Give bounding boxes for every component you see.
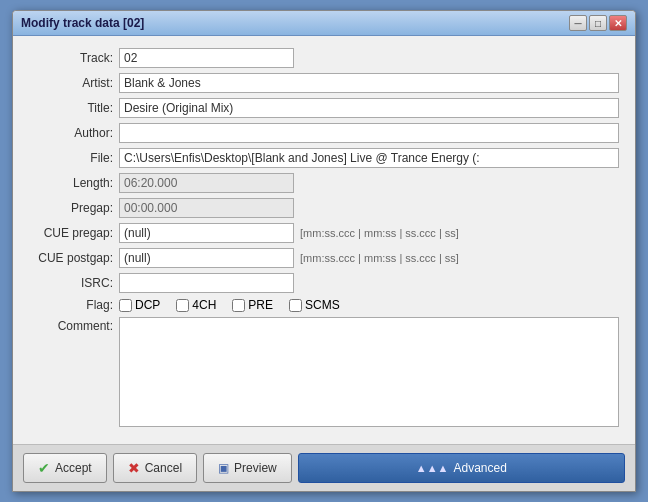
cancel-button[interactable]: ✖ Cancel <box>113 453 197 483</box>
isrc-label: ISRC: <box>29 276 119 290</box>
cue-pregap-input[interactable] <box>119 223 294 243</box>
minimize-button[interactable]: ─ <box>569 15 587 31</box>
accept-label: Accept <box>55 461 92 475</box>
cue-postgap-hint: [mm:ss.ccc | mm:ss | ss.ccc | ss] <box>300 252 459 264</box>
accept-button[interactable]: ✔ Accept <box>23 453 107 483</box>
flag-group: DCP 4CH PRE SCMS <box>119 298 340 312</box>
pregap-label: Pregap: <box>29 201 119 215</box>
advanced-icon: ▲▲▲ <box>416 462 449 474</box>
isrc-row: ISRC: <box>29 273 619 293</box>
comment-textarea[interactable] <box>119 317 619 427</box>
cue-pregap-hint: [mm:ss.ccc | mm:ss | ss.ccc | ss] <box>300 227 459 239</box>
cue-postgap-input[interactable] <box>119 248 294 268</box>
title-row: Title: <box>29 98 619 118</box>
track-row: Track: <box>29 48 619 68</box>
title-bar: Modify track data [02] ─ □ ✕ <box>13 11 635 36</box>
track-input[interactable] <box>119 48 294 68</box>
file-label: File: <box>29 151 119 165</box>
flag-scms-checkbox[interactable] <box>289 299 302 312</box>
flag-4ch: 4CH <box>176 298 216 312</box>
flag-scms-label: SCMS <box>305 298 340 312</box>
artist-row: Artist: <box>29 73 619 93</box>
comment-label: Comment: <box>29 317 119 333</box>
flag-4ch-label: 4CH <box>192 298 216 312</box>
isrc-input[interactable] <box>119 273 294 293</box>
author-input[interactable] <box>119 123 619 143</box>
advanced-button[interactable]: ▲▲▲ Advanced <box>298 453 625 483</box>
length-label: Length: <box>29 176 119 190</box>
preview-button[interactable]: ▣ Preview <box>203 453 292 483</box>
flag-pre-label: PRE <box>248 298 273 312</box>
track-label: Track: <box>29 51 119 65</box>
flag-dcp-checkbox[interactable] <box>119 299 132 312</box>
footer: ✔ Accept ✖ Cancel ▣ Preview ▲▲▲ Advanced <box>13 444 635 491</box>
pregap-row: Pregap: <box>29 198 619 218</box>
length-input <box>119 173 294 193</box>
flag-scms: SCMS <box>289 298 340 312</box>
preview-label: Preview <box>234 461 277 475</box>
flag-row: Flag: DCP 4CH PRE SCMS <box>29 298 619 312</box>
main-window: Modify track data [02] ─ □ ✕ Track: Arti… <box>12 10 636 492</box>
author-row: Author: <box>29 123 619 143</box>
window-title: Modify track data [02] <box>21 16 144 30</box>
file-row: File: <box>29 148 619 168</box>
form-content: Track: Artist: Title: Author: File: Leng… <box>13 36 635 444</box>
maximize-button[interactable]: □ <box>589 15 607 31</box>
artist-input[interactable] <box>119 73 619 93</box>
file-input[interactable] <box>119 148 619 168</box>
cancel-icon: ✖ <box>128 460 140 476</box>
close-button[interactable]: ✕ <box>609 15 627 31</box>
accept-icon: ✔ <box>38 460 50 476</box>
preview-icon: ▣ <box>218 461 229 475</box>
flag-label: Flag: <box>29 298 119 312</box>
cancel-label: Cancel <box>145 461 182 475</box>
cue-pregap-row: CUE pregap: [mm:ss.ccc | mm:ss | ss.ccc … <box>29 223 619 243</box>
title-input[interactable] <box>119 98 619 118</box>
pregap-input <box>119 198 294 218</box>
flag-4ch-checkbox[interactable] <box>176 299 189 312</box>
flag-dcp: DCP <box>119 298 160 312</box>
title-bar-controls: ─ □ ✕ <box>569 15 627 31</box>
flag-pre: PRE <box>232 298 273 312</box>
flag-pre-checkbox[interactable] <box>232 299 245 312</box>
comment-row: Comment: <box>29 317 619 427</box>
cue-postgap-label: CUE postgap: <box>29 251 119 265</box>
cue-postgap-row: CUE postgap: [mm:ss.ccc | mm:ss | ss.ccc… <box>29 248 619 268</box>
flag-dcp-label: DCP <box>135 298 160 312</box>
artist-label: Artist: <box>29 76 119 90</box>
title-label: Title: <box>29 101 119 115</box>
author-label: Author: <box>29 126 119 140</box>
cue-pregap-label: CUE pregap: <box>29 226 119 240</box>
advanced-label: Advanced <box>454 461 507 475</box>
length-row: Length: <box>29 173 619 193</box>
